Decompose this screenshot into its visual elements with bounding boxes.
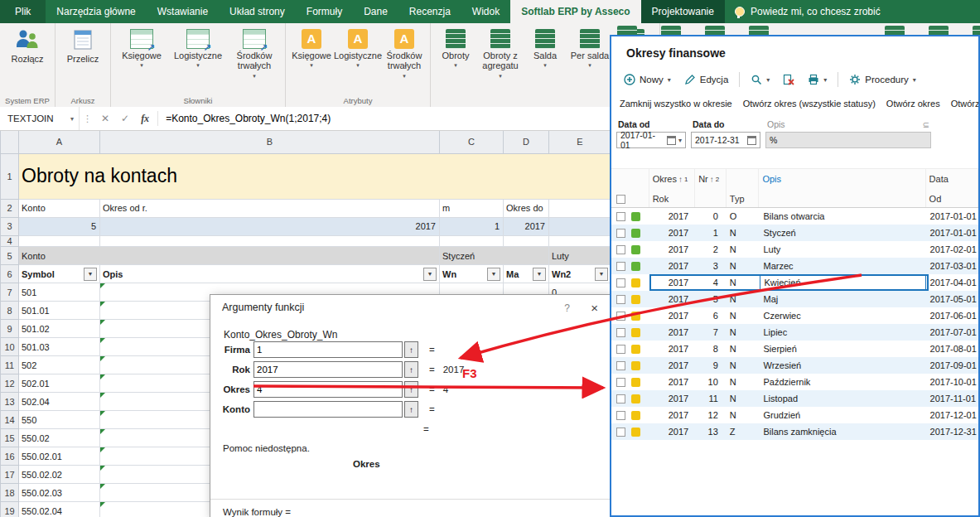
- name-box-dropdown-icon[interactable]: ▾: [70, 115, 74, 123]
- tab-softlab-erp[interactable]: Softlab ERP by Asseco: [510, 0, 640, 23]
- firma-input[interactable]: [253, 341, 403, 358]
- styczen-group-header[interactable]: Styczeń: [440, 247, 549, 265]
- column-header-nr[interactable]: Nr↑2: [695, 169, 727, 207]
- open-period-link[interactable]: Otwórz okres: [886, 99, 940, 109]
- obroty-button[interactable]: Obroty ▾: [433, 27, 478, 68]
- cell[interactable]: 5: [19, 218, 100, 236]
- row-checkbox[interactable]: [616, 328, 625, 337]
- tab-narzedzia-glowne[interactable]: Narzędzia główne: [46, 0, 146, 23]
- atrybuty-ksiegowe-button[interactable]: Księgowe ▾: [288, 27, 335, 68]
- cell[interactable]: m: [440, 200, 504, 218]
- cell-symbol[interactable]: 550.02.03: [19, 484, 100, 502]
- cell-symbol[interactable]: 501.03: [19, 338, 100, 356]
- tab-dane[interactable]: Dane: [353, 0, 398, 23]
- cell[interactable]: [440, 236, 504, 247]
- collapse-dialog-button[interactable]: ↑: [404, 361, 418, 378]
- period-row-selected[interactable]: 20174NKwiecień2017-04-01: [611, 274, 978, 291]
- cell[interactable]: [549, 236, 611, 247]
- tab-projektowanie[interactable]: Projektowanie: [641, 0, 725, 23]
- cell-symbol[interactable]: 550.02: [19, 429, 100, 447]
- col-header-b[interactable]: B: [100, 131, 440, 154]
- open-period-all-statuses-link[interactable]: Otwórz okres (wszystkie statusy): [743, 99, 876, 109]
- name-box[interactable]: TEXTJOIN ▾: [0, 107, 80, 130]
- period-row[interactable]: 201711NListopad2017-11-01: [611, 390, 978, 407]
- period-row[interactable]: 20172NLuty2017-02-01: [611, 241, 978, 258]
- cell[interactable]: 2017: [100, 218, 440, 236]
- cell-symbol[interactable]: 550.02.01: [19, 447, 100, 466]
- period-row[interactable]: 20176NCzerwiec2017-06-01: [611, 307, 978, 324]
- tell-me-box[interactable]: Powiedz mi, co chcesz zrobić: [725, 0, 891, 23]
- period-row[interactable]: 20170OBilans otwarcia2017-01-01: [611, 208, 978, 225]
- per-salda-button[interactable]: Per salda ▾: [567, 27, 612, 68]
- data-od-input[interactable]: 2017-01-01 ▾: [616, 132, 686, 148]
- column-header-opis[interactable]: Opis: [759, 169, 925, 207]
- tab-widok[interactable]: Widok: [461, 0, 510, 23]
- row-header[interactable]: 12: [1, 374, 19, 393]
- slowniki-srodkow-trwalych-button[interactable]: Środków trwałych ▾: [226, 27, 282, 79]
- row-header[interactable]: 10: [1, 338, 19, 356]
- wn2-header-cell[interactable]: Wn2▼: [549, 265, 611, 283]
- tab-uklad-strony[interactable]: Układ strony: [219, 0, 296, 23]
- row-checkbox[interactable]: [616, 361, 625, 370]
- row-checkbox[interactable]: [616, 245, 625, 254]
- row-header[interactable]: 6: [1, 265, 19, 283]
- cell[interactable]: Okres od r.: [100, 200, 440, 218]
- period-row[interactable]: 201710NPaździernik2017-10-01: [611, 374, 978, 390]
- tab-recenzja[interactable]: Recenzja: [398, 0, 461, 23]
- column-header-data-od[interactable]: Data Od: [926, 169, 978, 207]
- cell[interactable]: 2017: [504, 218, 549, 236]
- period-row[interactable]: 20175NMaj2017-05-01: [611, 291, 978, 307]
- period-row[interactable]: 20178NSierpień2017-08-01: [611, 341, 978, 357]
- enter-icon[interactable]: ✓: [115, 113, 135, 124]
- rozlacz-button[interactable]: Rozłącz: [2, 27, 52, 65]
- print-button[interactable]: ▾: [802, 71, 833, 88]
- opis-header-cell[interactable]: Opis▼: [100, 265, 440, 283]
- col-header-d[interactable]: D: [504, 131, 549, 154]
- cell-symbol[interactable]: 550: [19, 411, 100, 429]
- tab-wstawianie[interactable]: Wstawianie: [147, 0, 219, 23]
- cell-symbol[interactable]: 502.04: [19, 393, 100, 411]
- insert-function-icon[interactable]: fx: [135, 113, 155, 125]
- row-header[interactable]: 14: [1, 411, 19, 429]
- column-header-typ[interactable]: Typ: [727, 169, 760, 207]
- calendar-icon[interactable]: [747, 136, 756, 145]
- select-all-checkbox[interactable]: [616, 195, 625, 204]
- column-header-rok[interactable]: Okres↑1 Rok: [649, 169, 696, 207]
- period-row[interactable]: 20173NMarzec2017-03-01: [611, 258, 978, 274]
- search-button[interactable]: ▾: [745, 71, 775, 88]
- row-header[interactable]: 17: [1, 466, 19, 484]
- dropdown-icon[interactable]: ▾: [678, 137, 682, 144]
- period-row[interactable]: 20177NLipiec2017-07-01: [611, 324, 978, 341]
- row-checkbox[interactable]: [616, 378, 625, 387]
- slowniki-ksiegowe-button[interactable]: Księgowe ▾: [113, 27, 170, 68]
- help-icon[interactable]: ?: [564, 302, 570, 314]
- row-header[interactable]: 4: [1, 236, 19, 247]
- slowniki-logistyczne-button[interactable]: Logistyczne ▾: [170, 27, 226, 68]
- collapse-dialog-button[interactable]: ↑: [404, 341, 418, 358]
- procedures-button[interactable]: Procedury ▾: [843, 71, 921, 88]
- cancel-icon[interactable]: ✕: [95, 113, 115, 124]
- cell-symbol[interactable]: 550.02.04: [19, 502, 100, 517]
- row-header[interactable]: 19: [1, 502, 19, 517]
- przelicz-button[interactable]: Przelicz: [58, 27, 108, 65]
- sheet-title-cell[interactable]: Obroty na kontach: [19, 154, 611, 200]
- filter-button[interactable]: ▼: [487, 268, 500, 281]
- row-checkbox[interactable]: [616, 295, 625, 304]
- cell-symbol[interactable]: 502.01: [19, 374, 100, 393]
- konto-group-header[interactable]: Konto: [19, 247, 440, 265]
- filter-button[interactable]: ▼: [595, 268, 608, 281]
- row-header[interactable]: 1: [1, 154, 19, 200]
- cell-symbol[interactable]: 501: [19, 283, 100, 302]
- wn-header-cell[interactable]: Wn▼: [440, 265, 504, 283]
- cell[interactable]: [549, 200, 611, 218]
- period-row[interactable]: 20171NStyczeń2017-01-01: [611, 225, 978, 241]
- period-row[interactable]: 20179NWrzesień2017-09-01: [611, 357, 978, 374]
- tab-plik[interactable]: Plik: [0, 0, 46, 23]
- period-row[interactable]: 201713ZBilans zamknięcia2017-12-31: [611, 423, 978, 440]
- row-checkbox[interactable]: [616, 212, 625, 221]
- row-header[interactable]: 7: [1, 283, 19, 302]
- col-header-e[interactable]: E: [549, 131, 611, 154]
- cell[interactable]: [100, 236, 440, 247]
- atrybuty-logistyczne-button[interactable]: Logistyczne ▾: [335, 27, 381, 68]
- filter-button[interactable]: ▼: [84, 268, 97, 281]
